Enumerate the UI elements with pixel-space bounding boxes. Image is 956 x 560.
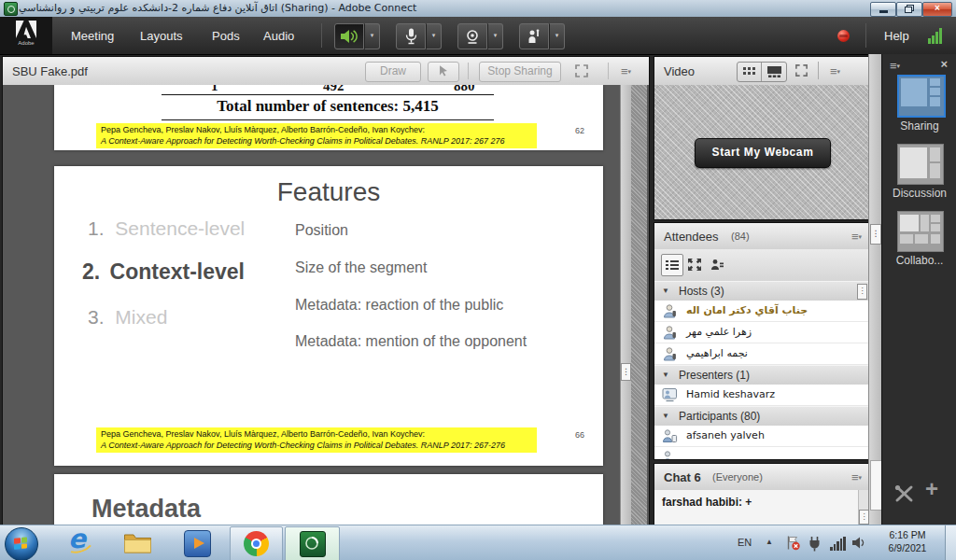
attendee-row[interactable]: afsaneh yalveh: [654, 426, 869, 447]
attendee-row[interactable]: Hamid keshavarz: [654, 385, 869, 406]
speaker-dropdown[interactable]: ▾: [364, 23, 380, 49]
filmstrip-view-button[interactable]: [762, 63, 786, 81]
feature-detail-2: Size of the segment: [295, 259, 427, 276]
menu-pods[interactable]: Pods: [212, 29, 240, 43]
start-button[interactable]: [5, 527, 38, 560]
attendee-row[interactable]: زهرا علمي مهر: [654, 322, 869, 343]
slide-title: Features: [54, 177, 603, 207]
menubar-separator-2: [865, 23, 866, 48]
speaker-button-group: ▾: [334, 23, 380, 48]
menu-meeting[interactable]: Meeting: [71, 29, 114, 43]
pointer-tool-button[interactable]: [428, 62, 459, 82]
share-fullscreen-button[interactable]: [574, 63, 589, 82]
webcam-button-group: ▾: [457, 23, 503, 48]
layouts-sidebar: ≡▾ × Sharing Discussion Collabo...: [881, 54, 956, 525]
minimize-icon: [879, 10, 888, 13]
add-layout-button[interactable]: +: [925, 476, 938, 502]
layout-discussion-thumbnail[interactable]: [897, 144, 944, 185]
power-plug-icon[interactable]: [808, 536, 822, 555]
raise-hand-button[interactable]: [519, 23, 549, 49]
volume-icon[interactable]: [851, 536, 866, 553]
chrome-taskbar-button[interactable]: [230, 526, 283, 560]
layout-sharing-label[interactable]: Sharing: [882, 119, 956, 133]
show-desktop-button[interactable]: [945, 525, 956, 560]
microphone-icon: [405, 28, 417, 45]
menu-layouts[interactable]: Layouts: [140, 29, 183, 43]
sidebar-menu[interactable]: ≡▾: [890, 60, 900, 72]
show-hidden-icons-button[interactable]: ▲: [766, 538, 773, 546]
network-signal-icon[interactable]: [830, 537, 846, 551]
attendee-row[interactable]: جناب آقاي دكتر امان اله: [654, 301, 869, 322]
status-dropdown[interactable]: ▾: [549, 23, 565, 49]
media-player-icon[interactable]: [184, 530, 211, 557]
adobe-connect-taskbar-button[interactable]: [285, 526, 340, 560]
attendees-pod-menu[interactable]: ≡▾: [851, 231, 862, 243]
recording-indicator: [837, 30, 850, 42]
language-indicator[interactable]: EN: [738, 537, 752, 548]
participants-section-header[interactable]: ▼ Participants (80): [654, 406, 869, 427]
attendee-row[interactable]: نجمه ابراهيمي: [654, 343, 869, 365]
attendee-row-partial[interactable]: [654, 447, 869, 459]
list-view-button[interactable]: [661, 254, 683, 276]
layout-sharing-thumbnail[interactable]: [897, 75, 946, 118]
webcam-dropdown[interactable]: ▾: [487, 23, 503, 49]
webcam-button[interactable]: [457, 23, 487, 49]
screen: اتاق آنلاين دفاع شماره 2-دانشكده علوم تر…: [0, 0, 956, 560]
attendees-list: ▼ Hosts (3) ⋮ جناب آقاي دكتر امان اله زه…: [654, 281, 869, 459]
share-toolbar-separator-2: [608, 63, 609, 79]
share-pod: SBU Fake.pdf Draw Stop Sharing ≡▾ 1 492 …: [2, 56, 650, 526]
microphone-button[interactable]: [396, 23, 426, 49]
slide-title: Metadata: [91, 495, 201, 524]
attendee-name: زهرا علمي مهر: [686, 326, 752, 338]
attendee-name: Hamid keshavarz: [686, 388, 775, 400]
manage-layouts-button[interactable]: [893, 483, 916, 508]
share-splitter-grip[interactable]: ⋮: [621, 363, 631, 381]
speaker-icon: [340, 29, 358, 44]
attendee-name: afsaneh yalveh: [686, 429, 765, 441]
chat-scope: (Everyone): [712, 471, 763, 483]
grid-view-button[interactable]: [738, 63, 762, 81]
slide-prev-page: 1 492 880 Total number of sentences: 5,4…: [54, 85, 603, 150]
hosts-section-header[interactable]: ▼ Hosts (3) ⋮: [654, 281, 869, 301]
section-grip[interactable]: ⋮: [857, 284, 867, 300]
speaker-button[interactable]: [334, 23, 364, 49]
start-webcam-button[interactable]: Start My Webcam: [695, 138, 831, 168]
presenters-section-header[interactable]: ▼ Presenters (1): [654, 365, 869, 385]
restore-icon: [905, 5, 914, 13]
adobe-logo-text: Adobe: [0, 40, 52, 46]
layout-discussion-label[interactable]: Discussion: [882, 187, 956, 200]
window-titlebar: اتاق آنلاين دفاع شماره 2-دانشكده علوم تر…: [0, 0, 956, 18]
internet-explorer-icon[interactable]: e: [62, 527, 93, 559]
minimize-button[interactable]: [870, 2, 896, 17]
share-pod-menu[interactable]: ≡▾: [621, 65, 631, 77]
grid-view-icon: [743, 67, 755, 77]
chat-pod-menu[interactable]: ≡▾: [851, 471, 862, 483]
splitter-grip[interactable]: ⋮: [870, 224, 881, 245]
metadata-slide: Metadata: [54, 474, 603, 525]
restore-button[interactable]: [896, 2, 922, 17]
adobe-logo-icon: [16, 21, 36, 38]
video-pod-body: Start My Webcam: [654, 85, 869, 219]
sidebar-close-icon[interactable]: ×: [940, 57, 948, 71]
layout-collaboration-thumbnail[interactable]: [897, 211, 944, 252]
attendees-pod-title: Attendees: [664, 230, 719, 244]
file-explorer-icon[interactable]: [123, 531, 152, 558]
mic-dropdown[interactable]: ▾: [426, 23, 442, 49]
draw-button[interactable]: Draw: [365, 62, 421, 82]
help-menu[interactable]: Help: [884, 29, 909, 43]
list-item-2: 2. Context-level: [82, 259, 245, 285]
attendee-status-view-button[interactable]: [707, 254, 727, 274]
action-center-icon[interactable]: [785, 535, 801, 554]
video-fullscreen-button[interactable]: [794, 63, 808, 81]
menu-audio[interactable]: Audio: [263, 29, 294, 43]
window-title: اتاق آنلاين دفاع شماره 2-دانشكده علوم تر…: [19, 2, 416, 14]
taskbar-clock[interactable]: 6:16 PM 6/9/2021: [876, 528, 939, 554]
video-header-separator: [818, 62, 819, 79]
video-pod-menu[interactable]: ≡▾: [830, 65, 840, 77]
close-button[interactable]: ×: [922, 2, 952, 17]
layout-collaboration-label[interactable]: Collabo...: [882, 254, 956, 267]
stop-sharing-button[interactable]: Stop Sharing: [479, 62, 561, 82]
breakout-view-button[interactable]: [684, 254, 705, 274]
connection-status-icon[interactable]: [928, 28, 942, 44]
table-cell: 1: [211, 85, 218, 94]
